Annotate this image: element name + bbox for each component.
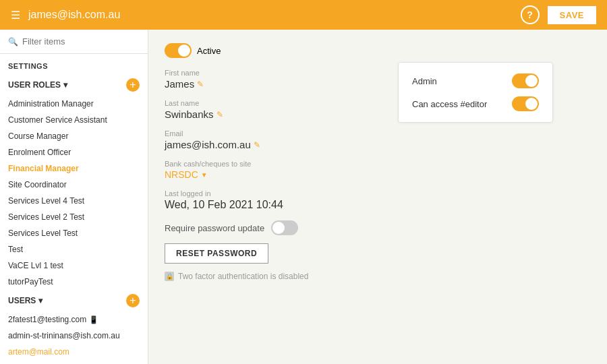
user-roles-label: USER ROLES ▾ xyxy=(8,80,67,90)
hamburger-icon[interactable]: ☰ xyxy=(11,9,20,22)
bank-field: Bank cash/cheques to site NRSDC ▼ xyxy=(165,160,591,180)
role-item-services-level2[interactable]: Services Level 2 Test xyxy=(0,209,148,225)
admin-label: Admin xyxy=(412,76,437,86)
active-label: Active xyxy=(197,46,221,56)
require-password-toggle[interactable] xyxy=(271,220,298,235)
user-item[interactable]: 2fatest1@testing.com 📱 xyxy=(0,311,148,328)
role-item[interactable]: Administration Manager xyxy=(0,96,148,112)
add-role-button[interactable]: + xyxy=(126,78,140,92)
password-section: Require password update RESET PASSWORD 🔒… xyxy=(165,220,591,281)
edit-last-name-icon[interactable]: ✎ xyxy=(216,110,223,119)
email-value: james@ish.com.au ✎ xyxy=(165,139,591,150)
header-title: james@ish.com.au xyxy=(28,9,521,21)
role-item[interactable]: Enrolment Officer xyxy=(0,144,148,160)
role-item-vace[interactable]: VaCE Lvl 1 test xyxy=(0,257,148,274)
require-password-label: Require password update xyxy=(165,223,264,233)
role-item-services-level4[interactable]: Services Level 4 Test xyxy=(0,193,148,209)
content-area: Active First name James ✎ Last name Swin… xyxy=(148,30,607,364)
edit-first-name-icon[interactable]: ✎ xyxy=(197,80,204,89)
reset-password-button[interactable]: RESET PASSWORD xyxy=(165,243,268,264)
help-button[interactable]: ? xyxy=(521,5,540,24)
two-factor-row: 🔒 Two factor authentication is disabled xyxy=(165,272,591,281)
role-item-tutor[interactable]: tutorPayTest xyxy=(0,274,148,290)
email-label: Email xyxy=(165,129,591,138)
two-factor-icon: 🔒 xyxy=(165,272,174,281)
role-item-financial-manager[interactable]: Financial Manager xyxy=(0,160,148,177)
role-item[interactable]: Course Manager xyxy=(0,128,148,144)
editor-label: Can access #editor xyxy=(412,99,487,109)
user-item[interactable]: devadmin@devadmin.com xyxy=(0,360,148,364)
admin-row: Admin xyxy=(412,73,539,88)
sidebar: 🔍 SETTINGS USER ROLES ▾ + Administration… xyxy=(0,30,148,364)
filter-bar[interactable]: 🔍 xyxy=(0,30,148,54)
editor-row: Can access #editor xyxy=(412,96,539,111)
user-item[interactable]: admin-st-trininans@ish.com.au xyxy=(0,328,148,344)
require-password-row: Require password update xyxy=(165,220,591,235)
last-logged-value: Wed, 10 Feb 2021 10:44 xyxy=(165,199,591,211)
last-logged-label: Last logged in xyxy=(165,189,591,198)
save-button[interactable]: SAVE xyxy=(548,6,596,24)
settings-section-label: SETTINGS xyxy=(0,54,148,74)
user-roles-group[interactable]: USER ROLES ▾ + xyxy=(0,74,148,96)
user-item-artem[interactable]: artem@mail.com xyxy=(0,344,148,360)
search-icon: 🔍 xyxy=(8,37,18,47)
active-toggle[interactable] xyxy=(165,43,192,58)
chevron-down-icon: ▾ xyxy=(38,296,42,305)
last-logged-field: Last logged in Wed, 10 Feb 2021 10:44 xyxy=(165,189,591,211)
header: ☰ james@ish.com.au ? SAVE xyxy=(0,0,607,30)
users-list: 2fatest1@testing.com 📱 admin-st-trininan… xyxy=(0,311,148,364)
mobile-icon: 📱 xyxy=(89,315,98,324)
edit-email-icon[interactable]: ✎ xyxy=(254,140,260,150)
editor-toggle[interactable] xyxy=(512,96,539,111)
filter-input[interactable] xyxy=(22,36,140,47)
active-toggle-row: Active xyxy=(165,43,591,58)
bank-chevron-icon: ▼ xyxy=(201,171,208,179)
two-factor-label: Two factor authentication is disabled xyxy=(178,272,308,281)
admin-toggle[interactable] xyxy=(512,73,539,88)
users-label: USERS ▾ xyxy=(8,296,42,305)
bank-label: Bank cash/cheques to site xyxy=(165,160,591,168)
admin-card: Admin Can access #editor xyxy=(398,62,553,123)
chevron-down-icon: ▾ xyxy=(63,80,67,90)
bank-value[interactable]: NRSDC ▼ xyxy=(165,169,591,180)
add-user-button[interactable]: + xyxy=(126,294,140,307)
role-item-test[interactable]: Test xyxy=(0,241,148,257)
role-item[interactable]: Customer Service Assistant xyxy=(0,112,148,128)
users-group[interactable]: USERS ▾ + xyxy=(0,290,148,311)
email-field: Email james@ish.com.au ✎ xyxy=(165,129,591,150)
roles-list: Administration Manager Customer Service … xyxy=(0,96,148,290)
role-item[interactable]: Site Coordinator xyxy=(0,177,148,193)
role-item-services-level[interactable]: Services Level Test xyxy=(0,225,148,241)
main-layout: 🔍 SETTINGS USER ROLES ▾ + Administration… xyxy=(0,30,607,364)
